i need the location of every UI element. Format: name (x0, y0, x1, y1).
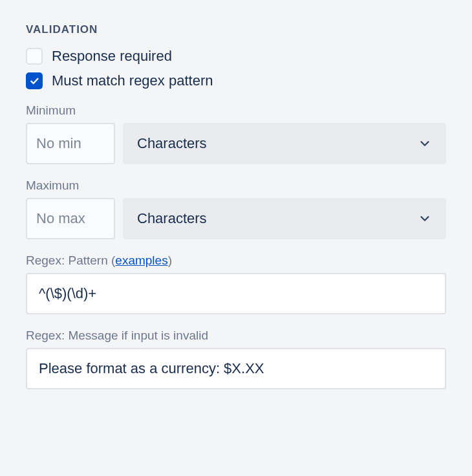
regex-pattern-label: Regex: Pattern (examples) (26, 254, 446, 268)
minimum-unit-dropdown[interactable]: Characters (123, 123, 446, 164)
regex-message-input[interactable] (26, 348, 446, 389)
minimum-unit-text: Characters (137, 135, 207, 152)
maximum-input[interactable] (26, 198, 115, 239)
regex-pattern-label-prefix: Regex: Pattern ( (26, 254, 115, 267)
regex-examples-link[interactable]: examples (115, 254, 167, 267)
regex-pattern-input[interactable] (26, 273, 446, 314)
minimum-input[interactable] (26, 123, 115, 164)
regex-message-label: Regex: Message if input is invalid (26, 329, 446, 343)
response-required-checkbox[interactable] (26, 48, 43, 65)
section-title: VALIDATION (26, 23, 446, 36)
regex-pattern-group: Regex: Pattern (examples) (26, 254, 446, 314)
match-regex-checkbox[interactable] (26, 72, 43, 89)
validation-section: VALIDATION Response required Must match … (26, 23, 446, 389)
match-regex-label: Must match regex pattern (52, 72, 213, 89)
regex-pattern-label-suffix: ) (168, 254, 172, 267)
maximum-group: Maximum Characters (26, 178, 446, 239)
response-required-label: Response required (52, 48, 172, 65)
regex-message-group: Regex: Message if input is invalid (26, 329, 446, 389)
minimum-label: Minimum (26, 103, 446, 118)
response-required-row[interactable]: Response required (26, 48, 446, 65)
maximum-unit-dropdown[interactable]: Characters (123, 198, 446, 239)
chevron-down-icon (418, 136, 432, 151)
match-regex-row[interactable]: Must match regex pattern (26, 72, 446, 89)
chevron-down-icon (418, 211, 432, 226)
minimum-group: Minimum Characters (26, 103, 446, 164)
check-icon (29, 76, 39, 86)
maximum-label: Maximum (26, 178, 446, 193)
maximum-unit-text: Characters (137, 210, 207, 227)
